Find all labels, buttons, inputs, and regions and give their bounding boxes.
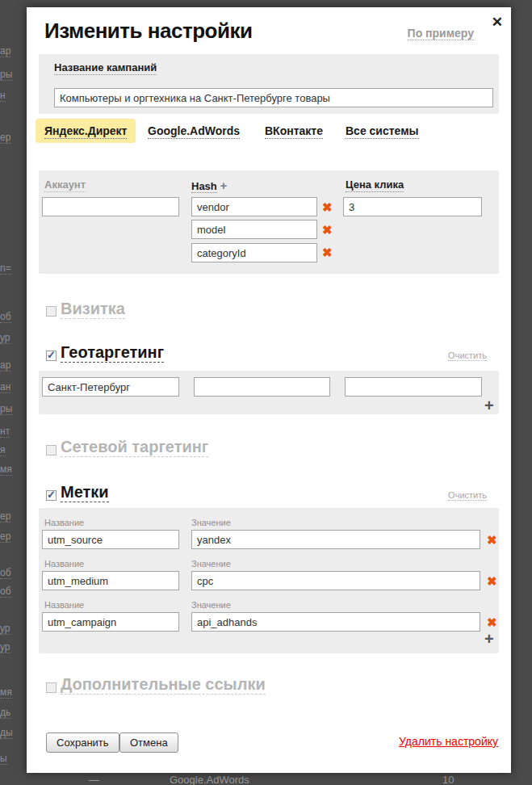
background-link-fragment: ер [0,511,10,523]
background-link-fragment: ур [0,333,10,344]
background-link-fragment: ры [0,404,12,415]
background-link-fragment: дь [0,707,10,719]
tag-name-input[interactable] [42,571,179,590]
background-link-fragment: об [0,312,11,323]
section-sitelinks[interactable]: Дополнительные ссылки [61,675,266,695]
tag-name-input[interactable] [42,530,179,549]
background-link-fragment: об [0,568,11,579]
tag-add-icon[interactable]: + [484,631,494,647]
tag-delete-icon[interactable]: ✖ [487,534,497,546]
campaign-name-label: Название кампаний [54,61,157,75]
background-link-fragment: об [0,586,11,598]
save-button[interactable]: Сохранить [46,733,119,753]
delete-setting-link[interactable]: Удалить настройку [399,735,498,748]
geo-clear-link[interactable]: Очистить [448,351,487,361]
hash-label-wrap: Hash + [191,178,227,193]
hash-label: Hash [191,180,217,193]
geo-checkbox[interactable] [46,351,57,361]
background-link-fragment: ар [0,46,10,57]
edit-settings-modal: Изменить настройки По примеру ✕ Название… [27,7,511,773]
background-cell-system: Google.AdWords [170,774,249,785]
close-icon[interactable]: ✕ [492,14,503,31]
campaign-name-input[interactable] [54,88,493,107]
tag-delete-icon[interactable]: ✖ [487,616,497,628]
background-link-fragment: ан [0,382,10,393]
background-link-fragment: ур [0,642,10,653]
tags-checkbox[interactable] [46,490,57,501]
tag-name-input[interactable] [42,612,179,632]
hash-delete-icon[interactable]: ✖ [322,246,333,258]
tag-delete-icon[interactable]: ✖ [487,575,497,587]
geo-region-input[interactable] [42,377,179,397]
hash-add-icon[interactable]: + [220,178,227,192]
sitelinks-checkbox[interactable] [46,682,57,693]
tag-value-label: Значение [191,518,231,527]
cancel-button[interactable]: Отмена [119,733,178,753]
hash-input[interactable] [191,220,317,239]
hash-delete-icon[interactable]: ✖ [322,201,333,213]
network-checkbox[interactable] [46,445,57,455]
background-link-fragment: нт [0,426,10,438]
tag-name-label: Название [44,518,84,527]
section-geotargeting[interactable]: Геотаргетинг [61,343,164,363]
tag-value-input[interactable] [191,530,480,549]
background-cell-dash: — [89,774,99,785]
cpc-input[interactable] [343,197,482,216]
background-link-fragment: ры [0,69,12,81]
page-title: Изменить настройки [44,19,252,44]
by-example-link[interactable]: По примеру [408,27,474,40]
background-link-fragment: ер [0,531,10,543]
background-link-fragment: n= [0,263,11,275]
tag-value-label: Значение [191,559,231,569]
background-link-fragment: ар [0,360,10,372]
background-link-fragment: ды [0,728,13,739]
section-tags[interactable]: Метки [61,483,109,502]
geo-add-icon[interactable]: + [484,397,494,413]
tag-name-label: Название [44,600,84,610]
background-link-fragment: мя [0,687,12,699]
tab-vkontakte[interactable]: ВКонтакте [265,124,323,137]
background-link-fragment: мя [0,464,12,476]
background-link-fragment: я [0,445,6,456]
tab-google-adwords[interactable]: Google.AdWords [148,124,240,137]
section-network-targeting[interactable]: Сетевой таргетинг [61,438,208,457]
cpc-label: Цена клика [346,178,404,192]
section-vizitka[interactable]: Визитка [61,300,125,319]
hash-input[interactable] [191,197,317,216]
tag-name-label: Название [44,559,84,569]
hash-delete-icon[interactable]: ✖ [322,224,333,236]
account-input[interactable] [42,197,179,216]
vizitka-checkbox[interactable] [46,306,57,317]
background-link-fragment: н [0,90,6,102]
tags-clear-link[interactable]: Очистить [448,490,487,501]
tab-yandex-direct[interactable]: Яндекс.Директ [36,119,136,143]
hash-input[interactable] [191,243,317,262]
background-link-fragment: ер [0,132,10,144]
account-label: Аккаунт [44,178,86,192]
background-cell-count: 10 [442,774,454,785]
tab-all-systems[interactable]: Все системы [346,124,419,137]
geo-region-input[interactable] [345,377,482,397]
tag-value-input[interactable] [191,571,480,590]
tag-value-label: Значение [191,600,231,610]
background-link-fragment: ы [0,754,7,765]
geo-region-input[interactable] [194,377,330,397]
tag-value-input[interactable] [191,612,480,632]
background-link-fragment: ур [0,623,10,635]
